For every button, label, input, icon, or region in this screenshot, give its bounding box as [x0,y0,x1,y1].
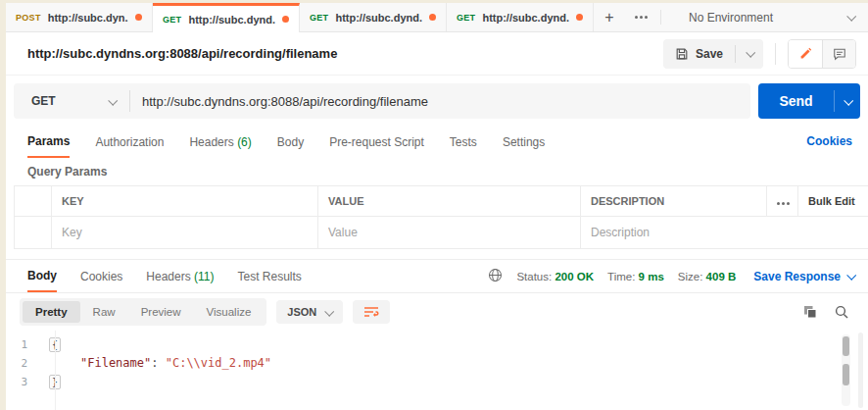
response-headers-count: (11) [194,270,214,283]
comments-button[interactable] [822,40,855,68]
response-toolbar-icons [803,305,854,319]
tab-title: http://subc.dynd... [188,14,275,26]
view-visualize[interactable]: Visualize [194,301,265,323]
url-input[interactable]: http://subc.dyndns.org:8088/api/recordin… [130,94,750,109]
new-tab-button[interactable]: + [594,3,625,31]
edit-comment-group [788,39,856,69]
size-value: 409 B [706,271,737,282]
line-number: 2 [6,354,43,373]
send-options-button[interactable] [835,83,860,119]
chevron-down-icon [846,271,856,281]
column-header-description: DESCRIPTION [581,186,767,217]
save-button[interactable]: Save [663,39,763,69]
format-selector[interactable]: JSON [276,300,343,324]
params-more-button[interactable] [767,186,798,217]
network-globe-button[interactable] [488,268,503,284]
bulk-edit-button[interactable]: Bulk Edit [798,186,868,217]
size-item: Size: 409 B [678,271,736,282]
query-params-title: Query Params [6,158,868,185]
request-tab-2-active[interactable]: GET http://subc.dynd... [153,3,300,32]
request-tab-4[interactable]: GET http://subc.dynd... [447,3,594,31]
edit-request-button[interactable] [789,40,822,68]
copy-button[interactable] [803,305,817,319]
tab-authorization[interactable]: Authorization [95,127,164,157]
view-preview[interactable]: Preview [128,301,194,323]
json-key: "Filename" [80,356,151,370]
tab-params[interactable]: Params [27,126,70,158]
tab-headers[interactable]: Headers (6) [189,127,251,157]
search-icon [835,305,848,319]
request-tab-1[interactable]: POST http://subc.dyn... [6,3,153,31]
request-tab-3[interactable]: GET http://subc.dynd... [300,3,447,31]
status-value: 200 OK [555,271,594,282]
more-options-icon [777,202,790,205]
tab-title: http://subc.dynd... [335,12,422,24]
response-panel: Body Cookies Headers (11) Test Results S… [6,259,868,410]
chevron-down-icon [325,306,335,316]
response-body-editor[interactable]: 1 { 2 "Filename": "C:\\vid_2.mp4" 3 } [6,331,868,410]
param-key-input[interactable] [52,217,317,248]
editor-scrollbar-track [842,334,850,406]
view-mode-switch: Pretty Raw Preview Visualize [20,298,266,326]
response-view-bar: Pretty Raw Preview Visualize JSON [6,293,868,331]
view-raw[interactable]: Raw [80,301,128,323]
view-pretty[interactable]: Pretty [23,301,80,323]
scrollbar-thumb[interactable] [843,364,849,385]
main-panel: POST http://subc.dyn... GET http://subc.… [6,3,868,410]
chevron-down-icon [844,95,853,105]
unsaved-dot-icon [576,14,583,21]
response-tab-headers[interactable]: Headers (11) [146,261,214,291]
row-handle-cell [15,217,52,249]
param-value-input[interactable] [318,217,580,248]
format-label: JSON [287,306,316,318]
comment-icon [833,47,846,61]
wrap-lines-button[interactable] [353,300,390,324]
tab-options-button[interactable] [625,3,656,31]
response-tab-body[interactable]: Body [27,260,57,292]
environment-selector[interactable]: No Environment [665,3,868,31]
time-label: Time: [607,271,635,282]
tab-tests[interactable]: Tests [450,127,477,157]
param-description-input[interactable] [581,217,868,248]
scrollbar-thumb[interactable] [843,336,849,356]
headers-count: (6) [237,135,252,149]
json-colon: : [151,356,165,370]
save-response-button[interactable]: Save Response [749,270,854,283]
window-edge-left [0,0,6,410]
tab-pre-request-script[interactable]: Pre-request Script [329,127,424,157]
request-tabs: Params Authorization Headers (6) Body Pr… [6,125,868,158]
url-box: GET http://subc.dyndns.org:8088/api/reco… [14,83,750,119]
query-params-table: KEY VALUE DESCRIPTION Bulk Edit [14,185,868,249]
send-button[interactable]: Send [758,83,860,119]
table-header-row: KEY VALUE DESCRIPTION Bulk Edit [15,186,868,217]
method-selector[interactable]: GET [14,94,129,108]
save-response-label: Save Response [753,270,841,283]
column-header-value: VALUE [318,186,581,217]
floppy-save-icon [675,47,689,61]
tab-method-label: GET [163,15,181,25]
tab-settings[interactable]: Settings [503,127,545,157]
code-line-3: 3 } [6,373,868,391]
chevron-down-icon [846,12,856,22]
tab-body[interactable]: Body [277,127,304,157]
size-label: Size: [678,271,703,282]
fold-toggle-icon[interactable]: { [49,337,61,352]
tab-title: http://subc.dyn... [48,12,128,24]
unsaved-dot-icon [135,14,142,21]
more-options-icon [635,16,648,19]
environment-label: No Environment [679,11,847,25]
save-options-button[interactable] [736,50,763,57]
response-tab-cookies[interactable]: Cookies [80,261,122,291]
code-line-2: 2 "Filename": "C:\\vid_2.mp4" [6,354,868,373]
cookies-link[interactable]: Cookies [806,134,852,148]
response-headers-label: Headers [146,270,190,283]
tab-title: http://subc.dynd... [482,12,569,24]
search-button[interactable] [835,305,848,319]
fold-toggle-icon[interactable]: } [49,375,61,389]
copy-icon [803,305,817,319]
tab-method-label: POST [16,13,41,23]
response-tab-test-results[interactable]: Test Results [238,261,302,291]
url-row: GET http://subc.dyndns.org:8088/api/reco… [6,76,868,125]
tab-method-label: GET [310,13,328,23]
page-scrollbar-track[interactable] [858,333,863,408]
